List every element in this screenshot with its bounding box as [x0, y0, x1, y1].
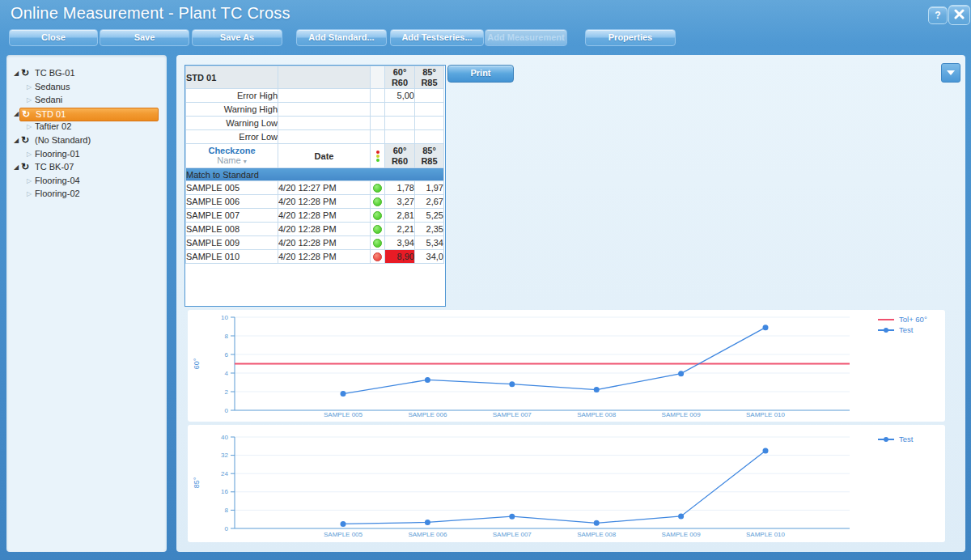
collapse-dropdown-button[interactable]: [941, 63, 960, 83]
status-alarm-icon: [373, 252, 382, 261]
tree-item-sedani[interactable]: ▷Sedani: [6, 94, 167, 108]
sample-name: SAMPLE 005: [186, 181, 278, 195]
limit-value-r60[interactable]: [385, 103, 415, 117]
svg-text:SAMPLE 007: SAMPLE 007: [493, 411, 532, 418]
toolbar-button-save[interactable]: Save: [100, 29, 189, 46]
close-icon: [954, 8, 965, 22]
limit-value-r60[interactable]: 5,00: [385, 89, 415, 103]
sample-status-cell: [371, 209, 385, 223]
tree-item-body[interactable]: ↻(No Standard): [19, 134, 159, 147]
date-header[interactable]: Date: [278, 144, 371, 168]
tree-item-body[interactable]: ↻TC BG-01: [19, 67, 159, 80]
checkzone-header-row: CheckzoneName ▾Date60°R6085°R85: [186, 144, 444, 168]
limit-value-r60[interactable]: [385, 130, 415, 144]
svg-text:SAMPLE 005: SAMPLE 005: [324, 411, 363, 418]
svg-text:32: 32: [221, 452, 228, 459]
chart-60-svg: 024681060°SAMPLE 005SAMPLE 006SAMPLE 007…: [188, 310, 945, 422]
toolbar-button-add-standard[interactable]: Add Standard...: [296, 29, 387, 46]
sample-row-sample-005[interactable]: SAMPLE 0054/20 12:27 PM1,781,97: [186, 181, 444, 195]
chart-60-card: 024681060°SAMPLE 005SAMPLE 006SAMPLE 007…: [188, 310, 945, 422]
limit-row-warning-low: Warning Low: [186, 117, 444, 130]
traffic-light-icon: [375, 151, 381, 162]
sample-row-sample-007[interactable]: SAMPLE 0074/20 12:28 PM2,815,25: [186, 209, 444, 223]
tree-item-label: TC BG-01: [35, 67, 75, 79]
group-row[interactable]: Match to Standard: [186, 168, 444, 181]
toolbar-button-add-testseries[interactable]: Add Testseries...: [390, 29, 484, 46]
status-ok-icon: [373, 197, 382, 206]
toolbar-button-close[interactable]: Close: [9, 29, 98, 46]
limit-label: Warning Low: [186, 117, 278, 130]
svg-text:SAMPLE 009: SAMPLE 009: [662, 531, 702, 538]
tree-item-body[interactable]: Flooring-04: [19, 175, 159, 188]
sample-value-r60: 2,81: [385, 209, 415, 223]
standard-icon: ↻: [21, 67, 29, 79]
tree-item-std-01[interactable]: ◢↻STD 01: [6, 108, 167, 121]
limit-value-r60[interactable]: [385, 117, 415, 130]
tree-item-body[interactable]: Sedanus: [19, 81, 159, 94]
tree-item-flooring-04[interactable]: ▷Flooring-04: [6, 175, 167, 189]
tree-item-flooring-01[interactable]: ▷Flooring-01: [6, 148, 167, 162]
limit-value-r85[interactable]: [415, 117, 444, 130]
limit-value-r85[interactable]: [415, 130, 444, 144]
svg-text:0: 0: [225, 525, 229, 532]
tree-item-taftier-02[interactable]: ▷Taftier 02: [6, 121, 167, 134]
tree-item-tc-bg-01[interactable]: ◢↻TC BG-01: [6, 67, 167, 81]
tree-item-body[interactable]: Flooring-01: [19, 148, 159, 161]
limit-value-r85[interactable]: [415, 89, 444, 103]
window-close-button[interactable]: [948, 5, 970, 25]
tree-item-label: Flooring-01: [35, 148, 80, 160]
print-button[interactable]: Print: [447, 65, 514, 83]
tree-item-body[interactable]: ↻STD 01: [19, 108, 159, 121]
help-button[interactable]: ?: [928, 6, 948, 24]
sample-name: SAMPLE 009: [186, 236, 278, 250]
tree-item-label: Taftier 02: [35, 121, 71, 133]
toolbar-button-save-as[interactable]: Save As: [192, 29, 282, 46]
sample-value-r85: 2,35: [415, 223, 444, 236]
sample-row-sample-006[interactable]: SAMPLE 0064/20 12:28 PM3,272,67: [186, 195, 444, 209]
svg-text:24: 24: [221, 470, 228, 477]
tree-item-tc-bk-07[interactable]: ◢↻TC BK-07: [6, 161, 167, 175]
limit-label: Warning High: [186, 103, 278, 117]
svg-text:Tol+ 60°: Tol+ 60°: [899, 315, 927, 324]
tree-item-no-standard[interactable]: ◢↻(No Standard): [6, 134, 167, 148]
chart-85-card: 081624324085°SAMPLE 005SAMPLE 006SAMPLE …: [188, 425, 945, 542]
svg-text:2: 2: [225, 388, 229, 396]
sample-value-r85: 34,0: [415, 250, 444, 264]
tree-item-body[interactable]: Flooring-02: [19, 188, 159, 201]
tree-item-body[interactable]: ↻TC BK-07: [19, 161, 159, 174]
toolbar-button-properties[interactable]: Properties: [585, 29, 676, 46]
sample-status-cell: [371, 181, 385, 195]
svg-text:SAMPLE 008: SAMPLE 008: [577, 531, 617, 538]
standard-icon: ↻: [21, 134, 29, 146]
svg-text:Test: Test: [899, 325, 914, 334]
column-header-r60: 60°R60: [385, 66, 415, 89]
svg-text:16: 16: [221, 488, 228, 495]
tree-item-body[interactable]: Taftier 02: [19, 121, 159, 134]
tree-item-label: TC BK-07: [35, 161, 74, 173]
svg-text:60°: 60°: [193, 358, 201, 369]
svg-text:SAMPLE 005: SAMPLE 005: [324, 531, 363, 538]
tree-item-label: STD 01: [36, 108, 66, 121]
sample-name: SAMPLE 006: [186, 195, 278, 209]
tree-item-flooring-02[interactable]: ▷Flooring-02: [6, 188, 167, 202]
svg-text:SAMPLE 007: SAMPLE 007: [493, 531, 532, 538]
sample-value-r60: 3,94: [385, 236, 415, 250]
standard-icon: ↻: [22, 108, 30, 121]
svg-text:10: 10: [221, 314, 228, 321]
limit-value-r85[interactable]: [415, 103, 444, 117]
group-row-label: Match to Standard: [186, 168, 444, 181]
svg-text:SAMPLE 008: SAMPLE 008: [577, 411, 617, 418]
tree-item-label: Sedanus: [35, 81, 70, 93]
limit-row-error-low: Error Low: [186, 130, 444, 144]
limit-label: Error Low: [186, 130, 278, 144]
tree-item-sedanus[interactable]: ▷Sedanus: [6, 81, 167, 95]
sample-row-sample-010[interactable]: SAMPLE 0104/20 12:28 PM8,9034,0: [186, 250, 444, 264]
sample-name: SAMPLE 007: [186, 209, 278, 223]
tree-item-body[interactable]: Sedani: [19, 94, 159, 107]
help-icon: ?: [935, 10, 940, 21]
svg-text:0: 0: [225, 407, 229, 414]
sample-row-sample-009[interactable]: SAMPLE 0094/20 12:28 PM3,945,34: [186, 236, 444, 250]
sample-row-sample-008[interactable]: SAMPLE 0084/20 12:28 PM2,212,35: [186, 223, 444, 236]
checkzone-name-header[interactable]: CheckzoneName ▾: [186, 144, 278, 168]
measurement-table: STD 0160°R6085°R85Error High5,00Warning …: [184, 65, 446, 307]
